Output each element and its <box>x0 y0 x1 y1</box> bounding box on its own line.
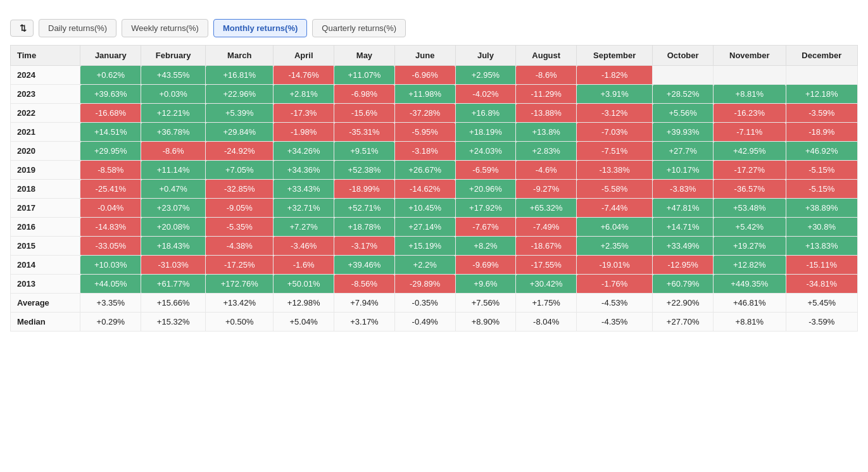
cell-value: +24.03% <box>455 142 516 161</box>
table-row: 2015-33.05%+18.43%-4.38%-3.46%-3.17%+15.… <box>11 237 858 256</box>
cell-value: +17.92% <box>455 199 516 218</box>
cell-value <box>786 66 857 85</box>
cell-value <box>714 66 786 85</box>
tab-monthly[interactable]: Monthly returns(%) <box>213 19 307 37</box>
cell-value: -35.31% <box>334 123 395 142</box>
toolbar: ⇅ Daily returns(%) Weekly returns(%) Mon… <box>10 19 858 37</box>
footer-value: +8.90% <box>455 313 516 332</box>
cell-value: +18.78% <box>334 218 395 237</box>
cell-value: -7.51% <box>577 142 653 161</box>
cell-year: 2019 <box>11 161 80 180</box>
cell-year: 2014 <box>11 256 80 275</box>
cell-value: +0.62% <box>80 66 141 85</box>
footer-value: +5.45% <box>786 294 857 313</box>
cell-value: -3.17% <box>334 237 395 256</box>
cell-value: +27.14% <box>394 218 455 237</box>
footer-row: Average+3.35%+15.66%+13.42%+12.98%+7.94%… <box>11 294 858 313</box>
footer-value: -0.35% <box>394 294 455 313</box>
footer-value: -8.04% <box>516 313 577 332</box>
cell-value: +2.35% <box>577 237 653 256</box>
cell-value: +11.07% <box>334 66 395 85</box>
cell-value: -19.01% <box>577 256 653 275</box>
cell-value: -13.38% <box>577 161 653 180</box>
col-september: September <box>577 46 653 66</box>
cell-value: +3.91% <box>577 85 653 104</box>
cell-year: 2013 <box>11 275 80 294</box>
cell-value: -16.68% <box>80 104 141 123</box>
cell-value: +8.2% <box>455 237 516 256</box>
col-november: November <box>714 46 786 66</box>
footer-value: +8.81% <box>714 313 786 332</box>
cell-value: +20.08% <box>141 218 206 237</box>
cell-value: +6.04% <box>577 218 653 237</box>
tab-daily[interactable]: Daily returns(%) <box>39 19 116 37</box>
cell-value: -3.18% <box>394 142 455 161</box>
col-february: February <box>141 46 206 66</box>
cell-value: -3.12% <box>577 104 653 123</box>
cell-value: -14.62% <box>394 180 455 199</box>
footer-label: Average <box>11 294 80 313</box>
cell-value: +38.89% <box>786 199 857 218</box>
table-row: 2019-8.58%+11.14%+7.05%+34.36%+52.38%+26… <box>11 161 858 180</box>
cell-value: +12.82% <box>714 256 786 275</box>
cell-value: +20.96% <box>455 180 516 199</box>
cell-year: 2021 <box>11 123 80 142</box>
table-row: 2013+44.05%+61.77%+172.76%+50.01%-8.56%-… <box>11 275 858 294</box>
footer-value: +0.50% <box>206 313 274 332</box>
cell-value: -5.35% <box>206 218 274 237</box>
cell-value: +2.81% <box>274 85 334 104</box>
cell-value: +172.76% <box>206 275 274 294</box>
tab-quarterly[interactable]: Quarterly returns(%) <box>312 19 406 37</box>
col-july: July <box>455 46 516 66</box>
cell-value: +11.14% <box>141 161 206 180</box>
cell-value: +14.51% <box>80 123 141 142</box>
cell-value: -6.98% <box>334 85 395 104</box>
cell-value: +449.35% <box>714 275 786 294</box>
cell-value: -18.9% <box>786 123 857 142</box>
cell-value: -25.41% <box>80 180 141 199</box>
col-june: June <box>394 46 455 66</box>
cell-value: +60.79% <box>653 275 714 294</box>
cell-value: +5.39% <box>206 104 274 123</box>
footer-value: +27.70% <box>653 313 714 332</box>
footer-value: +12.98% <box>274 294 334 313</box>
cell-value: -12.95% <box>653 256 714 275</box>
cell-value: -1.82% <box>577 66 653 85</box>
cell-year: 2017 <box>11 199 80 218</box>
returns-table: Time January February March April May Ju… <box>10 45 858 332</box>
cell-value: -18.99% <box>334 180 395 199</box>
cell-value: -32.85% <box>206 180 274 199</box>
btc-arrows-icon: ⇅ <box>20 23 27 33</box>
cell-value: +30.8% <box>786 218 857 237</box>
footer-row: Median+0.29%+15.32%+0.50%+5.04%+3.17%-0.… <box>11 313 858 332</box>
cell-value: -6.59% <box>455 161 516 180</box>
cell-value: +43.55% <box>141 66 206 85</box>
cell-value: -5.58% <box>577 180 653 199</box>
cell-value: -1.98% <box>274 123 334 142</box>
cell-value: +46.92% <box>786 142 857 161</box>
footer-value: +1.75% <box>516 294 577 313</box>
cell-value: -7.11% <box>714 123 786 142</box>
tab-weekly[interactable]: Weekly returns(%) <box>122 19 208 37</box>
table-row: 2022-16.68%+12.21%+5.39%-17.3%-15.6%-37.… <box>11 104 858 123</box>
cell-value: -3.83% <box>653 180 714 199</box>
cell-value: +10.03% <box>80 256 141 275</box>
cell-value: +9.6% <box>455 275 516 294</box>
cell-value <box>653 66 714 85</box>
cell-value: -1.6% <box>274 256 334 275</box>
cell-value: -36.57% <box>714 180 786 199</box>
cell-value: -8.56% <box>334 275 395 294</box>
cell-year: 2016 <box>11 218 80 237</box>
cell-value: +65.32% <box>516 199 577 218</box>
table-row: 2018-25.41%+0.47%-32.85%+33.43%-18.99%-1… <box>11 180 858 199</box>
cell-value: +0.47% <box>141 180 206 199</box>
cell-value: -3.59% <box>786 104 857 123</box>
cell-value: -17.27% <box>714 161 786 180</box>
cell-year: 2024 <box>11 66 80 85</box>
cell-value: +30.42% <box>516 275 577 294</box>
table-row: 2016-14.83%+20.08%-5.35%+7.27%+18.78%+27… <box>11 218 858 237</box>
footer-value: -4.35% <box>577 313 653 332</box>
btc-selector[interactable]: ⇅ <box>10 20 34 37</box>
cell-value: -29.89% <box>394 275 455 294</box>
cell-value: +33.49% <box>653 237 714 256</box>
